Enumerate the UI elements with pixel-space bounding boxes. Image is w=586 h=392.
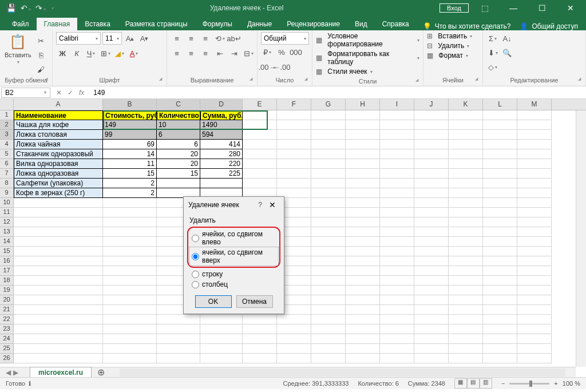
cell[interactable] <box>346 315 380 324</box>
cell[interactable] <box>483 169 517 179</box>
cell[interactable] <box>311 198 346 208</box>
cell[interactable] <box>243 315 277 324</box>
underline-icon[interactable]: Ч▾ <box>85 47 97 60</box>
cell[interactable] <box>243 354 277 363</box>
cell[interactable] <box>483 256 517 266</box>
cell[interactable] <box>414 344 449 354</box>
row-header[interactable]: 25 <box>0 344 14 354</box>
zoom-control[interactable]: − + 100 % <box>501 380 580 387</box>
cell[interactable] <box>414 110 449 120</box>
row-header[interactable]: 21 <box>0 305 14 315</box>
cell[interactable]: 1490 <box>200 120 243 130</box>
cell[interactable]: 6 <box>157 130 200 140</box>
cell[interactable] <box>311 256 346 266</box>
radio-row[interactable]: строку <box>189 269 278 279</box>
column-header[interactable]: H <box>346 99 380 110</box>
vertical-scrollbar[interactable] <box>576 110 586 367</box>
cell[interactable] <box>346 188 380 198</box>
cell[interactable] <box>346 169 380 179</box>
align-middle-icon[interactable]: ≡ <box>185 32 197 45</box>
cell[interactable] <box>449 324 483 334</box>
cell[interactable] <box>414 286 449 295</box>
cell[interactable] <box>517 256 552 266</box>
cell[interactable] <box>414 179 449 188</box>
cell[interactable] <box>483 344 517 354</box>
decrease-decimal-icon[interactable]: ←.00 <box>275 61 288 73</box>
cell[interactable] <box>483 305 517 315</box>
column-header[interactable]: I <box>380 99 414 110</box>
cell[interactable]: 220 <box>200 159 243 169</box>
cell[interactable] <box>380 266 414 276</box>
cell[interactable] <box>243 334 277 344</box>
cell[interactable] <box>380 179 414 188</box>
cell[interactable] <box>277 334 311 344</box>
cell[interactable] <box>414 256 449 266</box>
decrease-font-icon[interactable]: A▾ <box>138 32 151 45</box>
cell[interactable] <box>380 237 414 247</box>
cell[interactable] <box>380 276 414 286</box>
row-header[interactable]: 16 <box>0 256 14 266</box>
font-color-icon[interactable]: A▾ <box>128 47 140 60</box>
cell[interactable] <box>414 315 449 324</box>
row-header[interactable]: 11 <box>0 208 14 217</box>
cell[interactable] <box>483 179 517 188</box>
cell[interactable] <box>449 305 483 315</box>
cell[interactable] <box>277 159 311 169</box>
cell[interactable] <box>311 227 346 237</box>
cell[interactable] <box>277 315 311 324</box>
close-icon[interactable]: ✕ <box>558 3 583 13</box>
cell[interactable] <box>243 140 277 149</box>
cell[interactable] <box>517 295 552 305</box>
cell[interactable]: Стаканчик одноразовый <box>14 149 103 159</box>
accessibility-icon[interactable]: ℹ <box>29 380 31 387</box>
zoom-level[interactable]: 100 % <box>563 380 580 387</box>
cell[interactable] <box>380 227 414 237</box>
cell[interactable] <box>517 315 552 324</box>
column-header[interactable]: C <box>157 99 200 110</box>
cell[interactable] <box>449 286 483 295</box>
cell[interactable] <box>243 110 277 120</box>
cell[interactable] <box>449 227 483 237</box>
tab-formulas[interactable]: Формулы <box>195 18 240 30</box>
fill-icon[interactable]: ⬇▾ <box>486 46 499 59</box>
cell[interactable] <box>517 286 552 295</box>
row-header[interactable]: 4 <box>0 140 14 149</box>
enter-formula-icon[interactable]: ✓ <box>68 89 73 97</box>
cell[interactable] <box>311 237 346 247</box>
cell[interactable] <box>414 276 449 286</box>
cell[interactable] <box>483 188 517 198</box>
cell[interactable] <box>483 354 517 363</box>
zoom-in-icon[interactable]: + <box>554 380 557 387</box>
cell[interactable] <box>449 130 483 140</box>
cell[interactable] <box>103 295 157 305</box>
cell[interactable] <box>449 169 483 179</box>
cell[interactable] <box>517 266 552 276</box>
cell[interactable] <box>517 217 552 227</box>
cell[interactable] <box>517 120 552 130</box>
add-sheet-button[interactable]: ⊕ <box>93 367 109 377</box>
cell[interactable] <box>414 120 449 130</box>
cell[interactable] <box>449 237 483 247</box>
cell[interactable] <box>277 120 311 130</box>
cell[interactable] <box>414 324 449 334</box>
cell[interactable] <box>103 217 157 227</box>
cell[interactable] <box>483 227 517 237</box>
cell[interactable] <box>14 344 103 354</box>
increase-indent-icon[interactable]: ⇥ <box>228 47 240 60</box>
cell[interactable] <box>103 227 157 237</box>
copy-icon[interactable]: ⎘ <box>35 49 47 61</box>
row-header[interactable]: 13 <box>0 227 14 237</box>
cell[interactable] <box>103 344 157 354</box>
cell[interactable] <box>449 334 483 344</box>
column-header[interactable]: J <box>414 99 449 110</box>
zoom-slider[interactable] <box>509 383 549 385</box>
view-layout-icon[interactable]: ▤ <box>467 378 480 389</box>
cell[interactable] <box>517 110 552 120</box>
cell[interactable] <box>311 315 346 324</box>
login-button[interactable]: Вход <box>440 3 469 13</box>
column-header[interactable]: M <box>517 99 552 110</box>
cell[interactable] <box>103 305 157 315</box>
cell[interactable]: 11 <box>103 159 157 169</box>
cell[interactable] <box>14 198 103 208</box>
cell[interactable] <box>449 198 483 208</box>
